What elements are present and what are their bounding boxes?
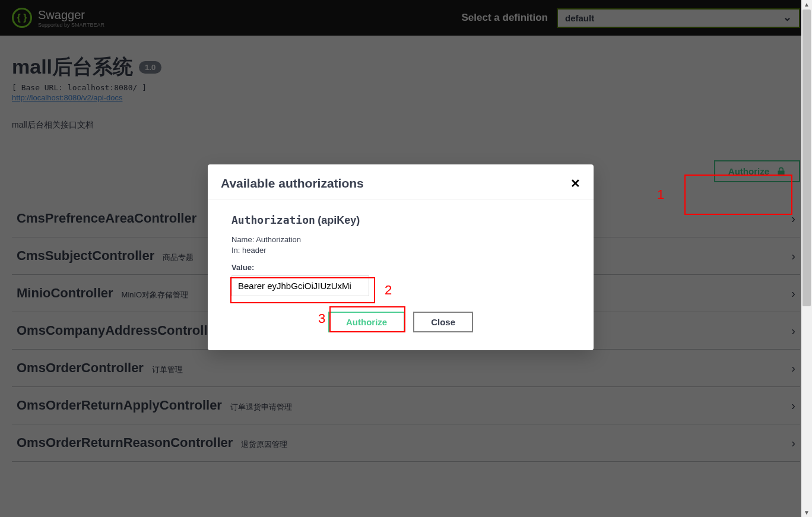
annotation-label-3: 3: [318, 311, 325, 326]
definition-select[interactable]: default: [557, 8, 800, 28]
brand-text: Swagger: [38, 8, 85, 21]
swagger-logo-icon: { }: [12, 8, 32, 28]
scroll-up-icon[interactable]: ▲: [804, 1, 810, 8]
definition-selected-value: default: [565, 13, 594, 23]
tag-name: CmsPrefrenceAreaController: [17, 211, 196, 226]
tag-section[interactable]: OmsOrderController 订单管理 ›: [12, 350, 800, 387]
tag-name: MinioController: [17, 286, 113, 301]
chevron-right-icon: ›: [791, 361, 795, 375]
auth-in-label: In:: [231, 246, 240, 255]
close-icon[interactable]: ✕: [570, 176, 581, 191]
scroll-down-icon[interactable]: ▼: [804, 509, 810, 516]
chevron-right-icon: ›: [791, 212, 795, 226]
modal-authorize-button[interactable]: Authorize: [328, 312, 405, 332]
auth-name-label: Name:: [231, 235, 254, 244]
tag-section[interactable]: OmsOrderReturnReasonController 退货原因管理 ›: [12, 424, 800, 462]
annotation-label-2: 2: [385, 283, 392, 298]
tag-name: OmsOrderReturnReasonController: [17, 435, 233, 451]
modal-header: Available authorizations ✕: [208, 164, 594, 199]
scrollbar-thumb[interactable]: [803, 9, 811, 306]
chevron-right-icon: ›: [791, 249, 795, 263]
brand-subtext: Supported by SMARTBEAR: [38, 22, 104, 28]
annotation-label-1: 1: [657, 187, 664, 202]
authorize-button-label: Authorize: [728, 166, 769, 176]
tag-name: CmsSubjectController: [17, 248, 154, 264]
topbar: { } Swagger Supported by SMARTBEAR Selec…: [0, 0, 812, 36]
modal-title: Available authorizations: [221, 176, 364, 191]
api-description: mall后台相关接口文档: [12, 120, 800, 131]
auth-scheme-type: (apiKey): [318, 214, 360, 226]
tag-name: OmsCompanyAddressController: [17, 323, 220, 338]
api-title: mall后台系统: [12, 53, 133, 81]
tag-description: 订单管理: [152, 364, 183, 375]
modal-actions: Authorize Close: [231, 312, 570, 332]
vertical-scrollbar[interactable]: ▲ ▼: [801, 0, 812, 517]
tag-name: OmsOrderReturnApplyController: [17, 398, 222, 413]
authorize-modal: Available authorizations ✕ Authorization…: [208, 164, 594, 350]
chevron-right-icon: ›: [791, 436, 795, 450]
auth-scheme-name: Authorization: [231, 214, 315, 226]
base-url: [ Base URL: localhost:8080/ ]: [12, 83, 800, 92]
chevron-right-icon: ›: [791, 287, 795, 300]
modal-close-button[interactable]: Close: [413, 312, 473, 332]
tag-section[interactable]: OmsOrderReturnApplyController 订单退货申请管理 ›: [12, 387, 800, 424]
version-badge: 1.0: [139, 61, 161, 74]
auth-meta: Name: Authorization In: header: [231, 235, 570, 255]
tag-description: 商品专题: [163, 252, 194, 263]
logo[interactable]: { } Swagger Supported by SMARTBEAR: [12, 8, 104, 28]
tag-description: 订单退货申请管理: [230, 402, 292, 413]
definition-selector-area: Select a definition default: [462, 8, 800, 28]
tag-description: 退货原因管理: [241, 439, 287, 450]
tag-name: OmsOrderController: [17, 360, 144, 376]
value-label: Value:: [231, 263, 570, 272]
tag-description: MinIO对象存储管理: [122, 290, 189, 300]
lock-icon: [776, 167, 786, 176]
authorize-button[interactable]: Authorize: [714, 160, 800, 182]
value-input[interactable]: [231, 275, 369, 296]
api-docs-link[interactable]: http://localhost:8080/v2/api-docs: [12, 93, 800, 102]
auth-name-value: Authorization: [256, 235, 301, 244]
chevron-right-icon: ›: [791, 324, 795, 338]
api-title-row: mall后台系统 1.0: [12, 53, 800, 81]
auth-in-value: header: [242, 246, 266, 255]
modal-body: Authorization (apiKey) Name: Authorizati…: [208, 199, 594, 350]
definition-label: Select a definition: [462, 12, 548, 24]
chevron-right-icon: ›: [791, 399, 795, 413]
